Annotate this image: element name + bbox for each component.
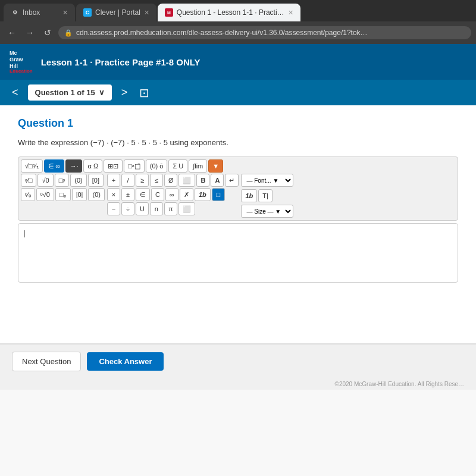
- copyright: ©2020 McGraw-Hill Education. All Rights …: [0, 378, 476, 390]
- dropdown-arrow-icon: ∨: [99, 88, 105, 97]
- question-title: Question 1: [18, 117, 458, 130]
- tab-clever[interactable]: C Clever | Portal ✕: [76, 4, 156, 21]
- math-btn-integral[interactable]: ∫lim: [189, 159, 207, 173]
- math-btn-superscript[interactable]: □a □̄: [124, 159, 145, 173]
- page-content: Mc Graw Hill Education Lesson 1-1 · Prac…: [0, 44, 476, 476]
- math-toolbar-row1: √□ 0⁄₁ ∈ ∞ →· α Ω ⊞⊡ □a □̄ (0) ō Σ U ∫li…: [21, 159, 455, 173]
- tab-bar: ⚙ Inbox ✕ C Clever | Portal ✕ M Question…: [0, 0, 476, 21]
- math-col-fractions: a⁄□ √0 □p (0) [0] 0⁄₀ 0√0 □ₚ |0| (0): [21, 174, 105, 218]
- question-text: Write the expression (−7) · (−7) · 5 · 5…: [18, 138, 458, 147]
- logo-mc: Mc: [10, 50, 33, 57]
- math-btn-T-bar[interactable]: T|: [258, 189, 273, 202]
- math-col-format: — Font... ▼ 1b T| — Size — ▼: [241, 174, 293, 218]
- tab-inbox[interactable]: ⚙ Inbox ✕: [4, 4, 75, 21]
- math-btn-plusminus[interactable]: ±: [121, 188, 134, 201]
- math-btn-slash[interactable]: /: [121, 174, 134, 187]
- mcgraw-logo: Mc Graw Hill Education: [10, 50, 33, 74]
- math-btn-subp[interactable]: □ₚ: [55, 188, 71, 201]
- math-btn-alpha[interactable]: α Ω: [83, 159, 102, 173]
- size-select[interactable]: — Size — ▼: [241, 205, 293, 218]
- math-btn-blue-box[interactable]: □: [212, 188, 225, 201]
- math-btn-arrow[interactable]: →·: [65, 159, 82, 173]
- math-btn-paren3[interactable]: (0): [88, 188, 104, 201]
- address-bar-row: ← → ↺ 🔒 cdn.assess.prod.mheducation.com/…: [0, 21, 476, 44]
- browser-chrome: ⚙ Inbox ✕ C Clever | Portal ✕ M Question…: [0, 0, 476, 44]
- math-btn-copy[interactable]: ⬜: [178, 174, 195, 187]
- tab-mcgraw-label: Question 1 - Lesson 1-1 · Practi…: [177, 8, 284, 17]
- app-header: Mc Graw Hill Education Lesson 1-1 · Prac…: [0, 44, 476, 80]
- math-btn-frac1[interactable]: a⁄□: [21, 174, 36, 187]
- math-btn-1b-italic[interactable]: 1b: [195, 188, 211, 201]
- math-btn-cross[interactable]: ✗: [180, 188, 193, 201]
- math-btn-frac2[interactable]: 0⁄₀: [21, 188, 35, 201]
- bookmark-icon[interactable]: ⊡: [139, 86, 149, 100]
- math-btn-union[interactable]: U: [136, 202, 149, 215]
- tab-inbox-close[interactable]: ✕: [62, 9, 68, 17]
- answer-cursor: |: [23, 228, 25, 237]
- math-btn-abs[interactable]: |0|: [72, 188, 87, 201]
- back-button[interactable]: ←: [5, 26, 19, 40]
- math-btn-pi[interactable]: π: [164, 202, 177, 215]
- math-btn-infinity[interactable]: ∈ ∞: [44, 159, 65, 173]
- main-content: Question 1 Write the expression (−7) · (…: [0, 105, 476, 343]
- math-btn-superp[interactable]: □p: [55, 174, 70, 187]
- math-btn-orange[interactable]: ▼: [208, 159, 223, 173]
- math-btn-sqrt2[interactable]: √0: [37, 174, 53, 187]
- math-btn-sqrt[interactable]: √□ 0⁄₁: [21, 159, 43, 173]
- math-btn-subset[interactable]: C: [151, 188, 164, 201]
- math-toolbar-row2: a⁄□ √0 □p (0) [0] 0⁄₀ 0√0 □ₚ |0| (0): [21, 174, 455, 218]
- math-btn-div[interactable]: ÷: [121, 202, 134, 215]
- inbox-icon: ⚙: [11, 8, 19, 17]
- question-selector-label: Question 1 of 15: [35, 88, 95, 97]
- header-title: Lesson 1-1 · Practice Page #1-8 ONLY: [41, 57, 201, 67]
- answer-area[interactable]: |: [18, 223, 458, 283]
- math-btn-bold-b[interactable]: B: [196, 174, 209, 187]
- math-btn-enter[interactable]: ↵: [225, 174, 239, 187]
- next-question-btn[interactable]: Next Question: [12, 352, 81, 371]
- address-bar[interactable]: 🔒 cdn.assess.prod.mheducation.com/dle-as…: [58, 26, 471, 39]
- logo-graw: Graw: [10, 57, 33, 63]
- forward-button[interactable]: →: [23, 26, 37, 40]
- font-select[interactable]: — Font... ▼: [241, 174, 293, 187]
- math-col-ops: + / ≥ ≤ Ø ⬜ B A ↵ × ± ∈ C: [107, 174, 239, 218]
- question-toolbar: < Question 1 of 15 ∨ > ⊡: [0, 80, 476, 105]
- math-btn-minus[interactable]: −: [107, 202, 120, 215]
- math-btn-nthroot[interactable]: 0√0: [36, 188, 54, 201]
- tab-mcgraw-close[interactable]: ✕: [288, 9, 293, 17]
- refresh-button[interactable]: ↺: [40, 26, 55, 40]
- logo-education: Education: [10, 69, 33, 74]
- mcgraw-icon: M: [165, 8, 173, 17]
- math-btn-elem[interactable]: ∈: [136, 188, 150, 201]
- address-text: cdn.assess.prod.mheducation.com/dle-asse…: [76, 29, 368, 37]
- question-selector-button[interactable]: Question 1 of 15 ∨: [28, 84, 112, 101]
- math-toolbar: √□ 0⁄₁ ∈ ∞ →· α Ω ⊞⊡ □a □̄ (0) ō Σ U ∫li…: [18, 156, 458, 221]
- math-btn-bracket[interactable]: [0]: [88, 174, 104, 187]
- check-answer-btn[interactable]: Check Answer: [87, 352, 164, 371]
- math-btn-intersect[interactable]: n: [150, 202, 163, 215]
- math-btn-geq[interactable]: ≥: [136, 174, 149, 187]
- tab-mcgraw[interactable]: M Question 1 - Lesson 1-1 · Practi… ✕: [158, 4, 300, 21]
- math-btn-1b-format[interactable]: 1b: [241, 189, 257, 202]
- math-btn-empty[interactable]: Ø: [164, 174, 178, 187]
- page-footer: Next Question Check Answer: [0, 344, 476, 378]
- tab-clever-close[interactable]: ✕: [144, 9, 149, 17]
- math-btn-sigma[interactable]: Σ U: [168, 159, 187, 173]
- math-btn-leq[interactable]: ≤: [150, 174, 163, 187]
- math-btn-paren2[interactable]: (0): [70, 174, 86, 187]
- prev-question-button[interactable]: <: [8, 85, 22, 100]
- math-btn-times[interactable]: ×: [107, 188, 120, 201]
- math-btn-plus[interactable]: +: [107, 174, 120, 187]
- math-btn-grid[interactable]: ⊞⊡: [104, 159, 123, 173]
- math-btn-paren[interactable]: (0) ō: [146, 159, 168, 173]
- math-btn-bold-a[interactable]: A: [211, 174, 224, 187]
- tab-inbox-label: Inbox: [23, 8, 40, 17]
- math-btn-paste[interactable]: ⬜: [178, 202, 195, 215]
- math-btn-infty[interactable]: ∞: [165, 188, 178, 201]
- lock-icon: 🔒: [64, 29, 73, 37]
- tab-clever-label: Clever | Portal: [95, 8, 140, 17]
- clever-icon: C: [83, 8, 92, 17]
- next-question-button[interactable]: >: [118, 85, 131, 100]
